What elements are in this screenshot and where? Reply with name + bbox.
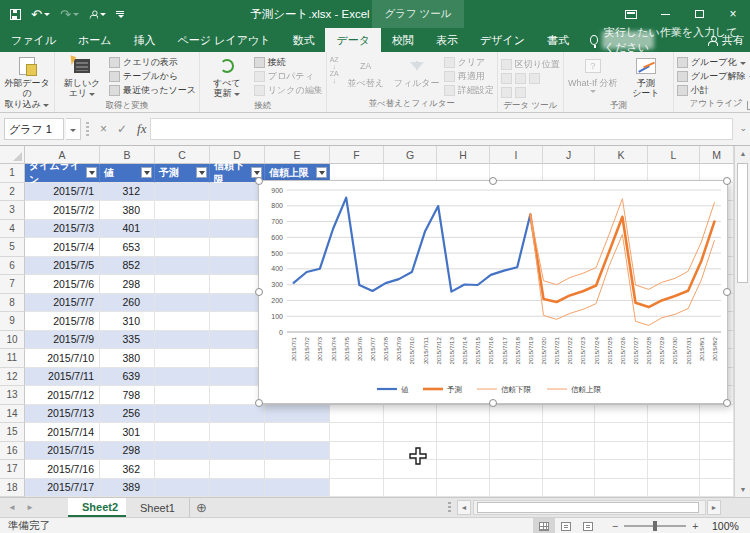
cell-C4[interactable]	[155, 220, 210, 239]
tab-format[interactable]: 書式	[536, 28, 580, 52]
cell-B11[interactable]: 380	[100, 349, 155, 368]
hscroll-right-icon[interactable]: ►	[707, 500, 721, 515]
cell-B5[interactable]: 653	[100, 238, 155, 257]
edit-links-button[interactable]: リンクの編集	[254, 84, 323, 97]
tab-review[interactable]: 校閲	[381, 28, 425, 52]
select-all-button[interactable]	[0, 146, 25, 164]
consolidate-icon[interactable]	[501, 87, 512, 98]
get-external-data-button[interactable]: 外部データの取り込み	[3, 54, 51, 109]
cell-A10[interactable]: 2015/7/9	[25, 331, 100, 350]
cell-C18[interactable]	[155, 479, 210, 498]
share-button[interactable]: 共有	[708, 28, 744, 52]
cancel-icon[interactable]: ×	[100, 122, 107, 136]
row-header-16[interactable]: 16	[0, 442, 25, 461]
sheet-nav-left-icon[interactable]: ◄	[8, 503, 16, 512]
cell-G18[interactable]	[384, 479, 437, 498]
cell-F17[interactable]	[330, 460, 384, 479]
column-header-F[interactable]: F	[330, 146, 384, 164]
cell-B6[interactable]: 852	[100, 257, 155, 276]
forecast-chart[interactable]: 01002003004005006007008009002015/7/12015…	[258, 180, 728, 404]
cell-B2[interactable]: 312	[100, 183, 155, 202]
selection-handle[interactable]	[723, 399, 731, 407]
cell-K17[interactable]	[595, 460, 648, 479]
horizontal-scroll-thumb[interactable]	[477, 502, 699, 513]
cell-H15[interactable]	[437, 423, 490, 442]
collapse-ribbon-icon[interactable]: ⌃	[736, 98, 744, 108]
cell-A13[interactable]: 2015/7/12	[25, 386, 100, 405]
cell-B16[interactable]: 298	[100, 442, 155, 461]
name-box-dropdown-icon[interactable]	[66, 118, 81, 140]
sort-descending-button[interactable]: ZA↓	[330, 70, 339, 83]
cell-C15[interactable]	[155, 423, 210, 442]
tab-splitter[interactable]	[448, 502, 451, 514]
cell-L15[interactable]	[648, 423, 700, 442]
tab-file[interactable]: ファイル	[0, 28, 67, 52]
cell-D2[interactable]	[210, 183, 265, 202]
cell-C1[interactable]: 予測	[155, 164, 210, 183]
cell-C12[interactable]	[155, 368, 210, 387]
row-header-2[interactable]: 2	[0, 183, 25, 202]
cell-B12[interactable]: 639	[100, 368, 155, 387]
cell-A14[interactable]: 2015/7/13	[25, 405, 100, 424]
cell-H17[interactable]	[437, 460, 490, 479]
sheet-tab-sheet2[interactable]: Sheet2	[68, 498, 133, 517]
cell-A3[interactable]: 2015/7/2	[25, 201, 100, 220]
cell-D17[interactable]	[210, 460, 265, 479]
column-header-B[interactable]: B	[100, 146, 155, 164]
row-header-5[interactable]: 5	[0, 238, 25, 257]
cell-K15[interactable]	[595, 423, 648, 442]
vertical-scrollbar[interactable]: ▲ ▼	[734, 146, 750, 497]
cell-C8[interactable]	[155, 294, 210, 313]
cell-F15[interactable]	[330, 423, 384, 442]
relationships-icon[interactable]	[515, 87, 526, 98]
show-queries-button[interactable]: クエリの表示	[109, 56, 196, 69]
cell-A2[interactable]: 2015/7/1	[25, 183, 100, 202]
selection-handle[interactable]	[255, 288, 263, 296]
flash-fill-icon[interactable]	[501, 73, 512, 84]
cell-D12[interactable]	[210, 368, 265, 387]
cell-D5[interactable]	[210, 238, 265, 257]
cell-L14[interactable]	[648, 405, 700, 424]
cell-I15[interactable]	[490, 423, 543, 442]
row-header-15[interactable]: 15	[0, 423, 25, 442]
cell-A18[interactable]: 2015/7/17	[25, 479, 100, 498]
tab-design[interactable]: デザイン	[469, 28, 536, 52]
tab-home[interactable]: ホーム	[67, 28, 123, 52]
row-header-6[interactable]: 6	[0, 257, 25, 276]
zoom-level[interactable]: 100%	[712, 520, 739, 532]
new-query-button[interactable]: 新しいクエリ	[58, 54, 106, 99]
cell-B13[interactable]: 798	[100, 386, 155, 405]
cell-D8[interactable]	[210, 294, 265, 313]
text-to-columns-button[interactable]: 区切り位置	[501, 58, 560, 71]
cell-I16[interactable]	[490, 442, 543, 461]
cell-K18[interactable]	[595, 479, 648, 498]
selection-handle[interactable]	[489, 399, 497, 407]
restore-icon[interactable]	[682, 0, 716, 28]
sheet-tab-sheet1[interactable]: Sheet1	[126, 498, 190, 517]
vertical-scroll-thumb[interactable]	[737, 163, 748, 283]
cell-C3[interactable]	[155, 201, 210, 220]
cell-C2[interactable]	[155, 183, 210, 202]
tab-insert[interactable]: 挿入	[123, 28, 167, 52]
formula-input[interactable]	[150, 118, 733, 140]
column-header-I[interactable]: I	[490, 146, 543, 164]
cell-A1[interactable]: タイムライン	[25, 164, 100, 183]
properties-button[interactable]: プロパティ	[254, 70, 323, 83]
cell-H18[interactable]	[437, 479, 490, 498]
from-table-button[interactable]: テーブルから	[109, 70, 196, 83]
horizontal-scrollbar[interactable]	[473, 500, 706, 515]
cell-L17[interactable]	[648, 460, 700, 479]
sort-ascending-button[interactable]: AZ↓	[330, 56, 339, 69]
selection-handle[interactable]	[489, 177, 497, 185]
close-icon[interactable]: ×	[716, 0, 750, 28]
cell-J15[interactable]	[543, 423, 595, 442]
cell-A17[interactable]: 2015/7/16	[25, 460, 100, 479]
selection-handle[interactable]	[723, 177, 731, 185]
cell-B14[interactable]: 256	[100, 405, 155, 424]
zoom-slider[interactable]	[624, 525, 686, 527]
selection-handle[interactable]	[255, 177, 263, 185]
cell-J16[interactable]	[543, 442, 595, 461]
cell-C14[interactable]	[155, 405, 210, 424]
cell-K16[interactable]	[595, 442, 648, 461]
row-header-11[interactable]: 11	[0, 349, 25, 368]
